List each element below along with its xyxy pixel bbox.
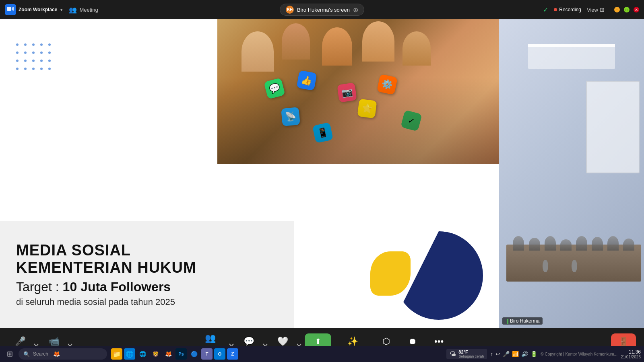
slide-title: MEDIA SOSIAL KEMENTERIAN HUKUM (16, 242, 278, 277)
wifi-icon[interactable]: 📶 (512, 351, 519, 357)
slide-container: 💬 👍 📷 ⚙️ 📡 ⭐ 📱 ✓ MEDIA SOSIAL KEMENTERIA… (0, 19, 499, 328)
presentation-area: 💬 👍 📷 ⚙️ 📡 ⭐ 📱 ✓ MEDIA SOSIAL KEMENTERIA… (0, 19, 499, 328)
taskbar-app7-icon[interactable]: 🔵 (188, 348, 200, 360)
taskbar-files-icon[interactable]: 📁 (111, 348, 122, 360)
zoom-dropdown-arrow[interactable]: ▾ (60, 8, 62, 12)
slide-photo: 💬 👍 📷 ⚙️ 📡 ⭐ 📱 ✓ (217, 19, 499, 164)
taskbar: ⊞ 🔍 Search 🦊 📁 🌐 🌐 🦁 🦊 Ps 🔵 T O Z 🌤 82°F… (0, 346, 644, 362)
weather-info: 82°F Sebagian cerah (458, 350, 484, 358)
svg-marker-1 (12, 7, 14, 11)
taskbar-chrome-icon[interactable]: 🌐 (137, 348, 148, 360)
meeting-room-image (499, 19, 644, 328)
mic-sys-icon[interactable]: 🎤 (503, 351, 510, 357)
signal-bars-icon: ▐ (506, 319, 508, 323)
slide-subtitle: Target : 10 Juta Followers (16, 279, 278, 294)
slide-text-section: MEDIA SOSIAL KEMENTERIAN HUKUM Target : … (0, 221, 294, 328)
taskbar-brave-icon[interactable]: 🦁 (150, 348, 161, 360)
weather-widget: 🌤 82°F Sebagian cerah (446, 349, 487, 359)
taskbar-right: 🌤 82°F Sebagian cerah ↑ ↩ 🎤 📶 🔊 🔋 © Copy… (446, 349, 641, 359)
clock-date: 21/01/2025 (621, 355, 641, 359)
video-panel: ▐ Biro Hukerma (499, 19, 644, 328)
cortana-icon: 🦊 (53, 351, 60, 357)
taskbar-apps: 📁 🌐 🌐 🦁 🦊 Ps 🔵 T O Z (111, 348, 238, 360)
close-button[interactable]: ✕ (634, 7, 639, 12)
ai-icon: ✨ (347, 336, 358, 347)
bh-avatar: BH (286, 6, 294, 14)
taskbar-zoom-icon[interactable]: Z (227, 348, 238, 360)
taskbar-firefox-icon[interactable]: 🦊 (163, 348, 174, 360)
react-icon: 🤍 (277, 336, 288, 347)
yellow-blob (370, 251, 411, 296)
minimize-button[interactable]: − (614, 7, 620, 12)
taskbar-outlook-icon[interactable]: O (214, 348, 225, 360)
dot-grid-decoration (16, 43, 54, 73)
weather-icon: 🌤 (450, 350, 456, 358)
main-area: 💬 👍 📷 ⚙️ 📡 ⭐ 📱 ✓ MEDIA SOSIAL KEMENTERIA… (0, 19, 644, 328)
speaker-icon[interactable]: 🔊 (521, 351, 528, 357)
top-right-controls: ✓ Recording View ⊞ − □ ✕ (543, 6, 639, 14)
decor-shapes (362, 219, 483, 320)
recording-indicator: Recording (554, 7, 581, 12)
participants-icon: 👥 (205, 333, 216, 343)
photo-overlay (217, 77, 499, 164)
back-icon[interactable]: ↩ (495, 351, 500, 357)
screen-share-badge[interactable]: BH Biro Hukerma's screen ⊕ (280, 4, 364, 16)
more-icon: ••• (434, 336, 444, 347)
leave-icon: 🚪 (619, 337, 629, 346)
taskbar-search[interactable]: 🔍 Search 🦊 (19, 348, 107, 360)
participant-name-tag: ▐ Biro Hukerma (502, 317, 543, 325)
arrow-up-icon[interactable]: ↑ (490, 351, 493, 357)
security-shield-icon: ✓ (543, 6, 548, 14)
top-bar: Zoom Workplace ▾ 👥 Meeting BH Biro Huker… (0, 0, 644, 19)
screen-options-icon[interactable]: ⊕ (353, 6, 358, 14)
taskbar-ps-icon[interactable]: Ps (175, 348, 187, 360)
record-icon: ⏺ (408, 336, 417, 347)
apps-icon: ⬡ (382, 336, 390, 347)
svg-rect-0 (7, 7, 11, 11)
view-button[interactable]: View ⊞ (587, 6, 605, 13)
zoom-logo-icon (5, 4, 16, 15)
taskbar-edge-icon[interactable]: 🌐 (124, 348, 135, 360)
clock-time: 11.36 (621, 349, 641, 355)
zoom-logo-text: Zoom Workplace (19, 7, 57, 12)
battery-icon[interactable]: 🔋 (530, 351, 537, 357)
taskbar-teams-icon[interactable]: T (201, 348, 213, 360)
window-controls: − □ ✕ (614, 7, 639, 12)
meeting-label: 👥 Meeting (69, 6, 98, 14)
start-button[interactable]: ⊞ (3, 348, 16, 360)
camera-icon: 📹 (49, 336, 60, 347)
chat-icon: 💬 (244, 336, 254, 347)
rec-dot (554, 8, 557, 11)
zoom-logo[interactable]: Zoom Workplace ▾ (5, 4, 62, 15)
participant-video: ▐ Biro Hukerma (499, 19, 644, 328)
slide-small-text: di seluruh media sosial pada tahun 2025 (16, 297, 278, 307)
clock: 11.36 21/01/2025 (621, 349, 641, 359)
search-icon: 🔍 (23, 351, 30, 357)
mic-muted-icon: 🎤 (15, 336, 26, 347)
maximize-button[interactable]: □ (624, 7, 630, 12)
view-icon: ⊞ (600, 6, 605, 13)
people-group-image: 💬 👍 📷 ⚙️ 📡 ⭐ 📱 ✓ (217, 19, 499, 164)
sys-icons: ↑ ↩ 🎤 📶 🔊 🔋 (490, 351, 537, 357)
share-icon: ⬆ (315, 337, 322, 346)
copyright-text: © Copyright | Kantor Wilayah Kemenkum... (541, 352, 617, 356)
